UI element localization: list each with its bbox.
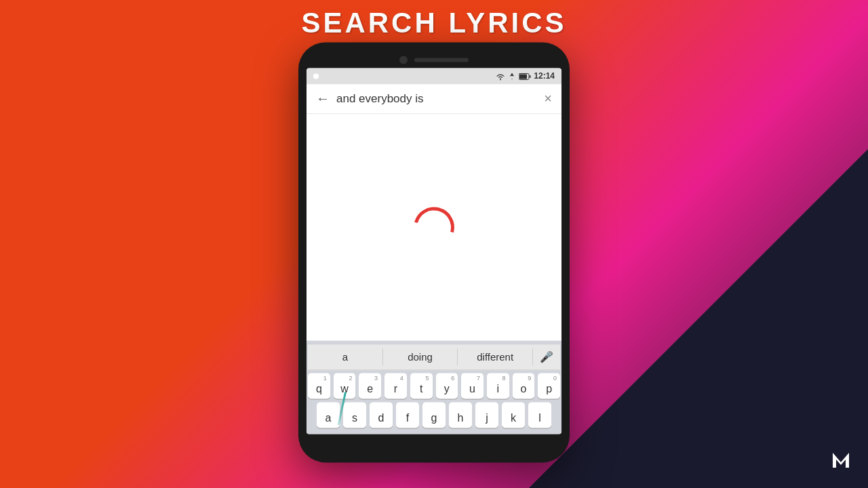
key-q[interactable]: 1q	[308, 373, 330, 399]
keyboard: a doing different 🎤 1q 2w 3e 4r 5t	[307, 340, 561, 434]
suggestion-different[interactable]: different	[458, 348, 533, 365]
key-j[interactable]: j	[475, 402, 498, 428]
search-results-area	[307, 114, 561, 340]
loading-spinner	[406, 199, 462, 255]
key-p[interactable]: 0p	[538, 373, 560, 399]
key-u[interactable]: 7u	[461, 373, 484, 399]
key-f[interactable]: f	[396, 402, 419, 428]
key-k[interactable]: k	[502, 402, 525, 428]
musixmatch-logo	[827, 446, 854, 473]
key-l[interactable]: l	[528, 402, 551, 428]
phone-device: 12:14 ← and everybody is × a doing	[298, 42, 570, 462]
phone-screen: 12:14 ← and everybody is × a doing	[307, 68, 561, 434]
key-a[interactable]: a	[317, 402, 340, 428]
keyboard-suggestions: a doing different 🎤	[308, 344, 560, 370]
battery-icon	[519, 73, 531, 80]
clear-search-button[interactable]: ×	[544, 91, 552, 106]
search-query[interactable]: and everybody is	[336, 92, 537, 106]
key-d[interactable]: d	[370, 402, 393, 428]
wifi-icon	[496, 73, 505, 80]
key-r[interactable]: 4r	[384, 373, 407, 399]
key-y[interactable]: 6y	[436, 373, 458, 399]
key-w[interactable]: 2w	[334, 373, 356, 399]
key-i[interactable]: 8i	[487, 373, 509, 399]
status-bar: 12:14	[307, 68, 561, 84]
key-s[interactable]: s	[343, 402, 366, 428]
status-dot	[313, 73, 319, 79]
keyboard-row-2: a s d f g h j k l	[308, 402, 560, 428]
phone-speaker	[414, 58, 469, 62]
key-h[interactable]: h	[449, 402, 472, 428]
status-right: 12:14	[496, 71, 555, 81]
phone-top	[307, 50, 561, 68]
suggestion-doing[interactable]: doing	[383, 348, 458, 365]
phone-camera	[399, 56, 408, 64]
svg-rect-2	[530, 75, 531, 77]
phone-wrapper: 12:14 ← and everybody is × a doing	[298, 42, 570, 462]
svg-marker-3	[833, 453, 849, 468]
key-t[interactable]: 5t	[410, 373, 433, 399]
airplane-icon	[508, 72, 516, 80]
search-bar[interactable]: ← and everybody is ×	[307, 84, 561, 114]
key-o[interactable]: 9o	[513, 373, 535, 399]
svg-rect-1	[519, 74, 527, 79]
page-title: SEARCH LYRICS	[0, 7, 868, 39]
status-time: 12:14	[534, 71, 555, 81]
mic-button[interactable]: 🎤	[533, 350, 560, 363]
keyboard-row-1: 1q 2w 3e 4r 5t 6y 7u 8i 9o 0p	[308, 373, 560, 399]
back-button[interactable]: ←	[316, 91, 330, 106]
status-left	[313, 73, 319, 79]
key-g[interactable]: g	[422, 402, 446, 428]
key-e[interactable]: 3e	[359, 373, 381, 399]
suggestion-a[interactable]: a	[308, 348, 383, 365]
brand-logo	[827, 446, 854, 478]
